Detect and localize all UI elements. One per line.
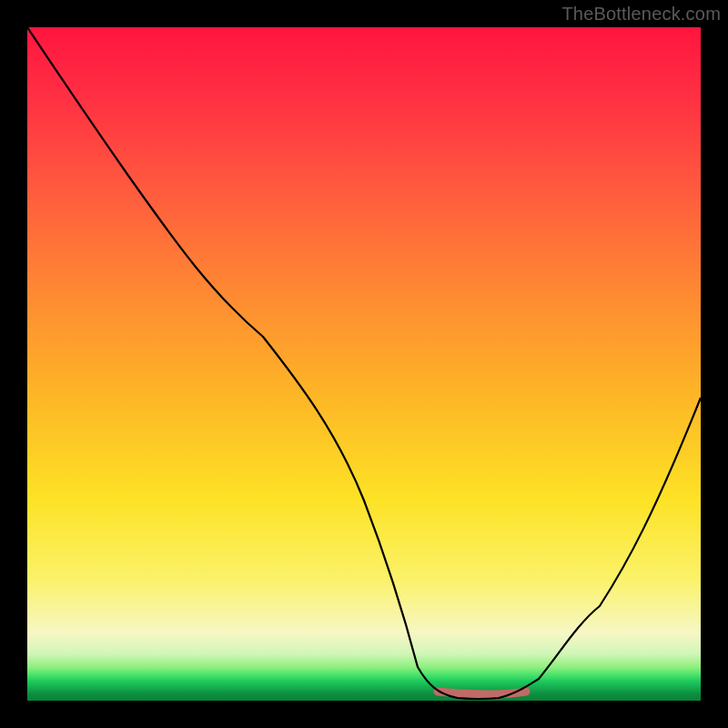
plot-area — [27, 27, 701, 701]
curve-path — [27, 27, 701, 699]
chart-frame: TheBottleneck.com — [0, 0, 728, 728]
watermark-label: TheBottleneck.com — [561, 4, 721, 25]
bottleneck-curve — [27, 27, 701, 701]
